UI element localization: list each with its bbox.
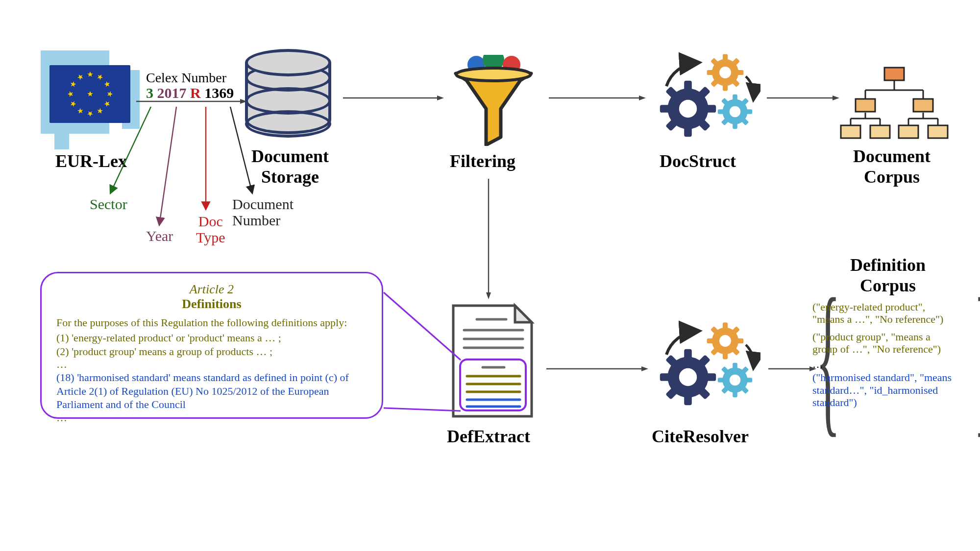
svg-rect-45 — [928, 125, 948, 138]
celex-number: 1369 — [204, 85, 234, 101]
callout-article: Article 2 — [56, 282, 367, 297]
arrow-storage-to-filter — [343, 95, 446, 101]
svg-rect-40 — [856, 99, 875, 112]
docstruct-label: DocStruct — [660, 151, 736, 171]
callout-item-2: (2) 'product group' means a group of pro… — [56, 345, 367, 359]
svg-point-12 — [456, 68, 531, 81]
arrow-cite-to-defcorpus — [768, 365, 817, 372]
callout-heading: Definitions — [56, 297, 367, 311]
svg-marker-0 — [87, 91, 93, 96]
callout-ellipsis-2: … — [56, 411, 367, 424]
filtering-label: Filtering — [450, 151, 515, 171]
celex-doctype: R — [190, 85, 201, 101]
funnel-icon — [447, 55, 540, 148]
storage-label: Document Storage — [244, 146, 337, 188]
tuple-3: ("harmonised standard", "means standard…… — [812, 371, 957, 408]
svg-line-3 — [110, 107, 151, 193]
arrow-filter-to-docstruct — [549, 95, 647, 101]
celex-sector: 3 — [146, 85, 153, 101]
callout-item-1: (1) 'energy-related product' or 'product… — [56, 331, 367, 345]
database-icon — [245, 49, 331, 142]
svg-rect-39 — [884, 68, 904, 80]
gears-citeresolver-icon — [653, 317, 760, 415]
svg-marker-8 — [437, 96, 444, 100]
definition-corpus-content: ("energy-related product", "means a …", … — [812, 301, 957, 413]
svg-marker-14 — [639, 96, 646, 100]
brace-right-icon: } — [974, 282, 980, 434]
callout-connector-lines — [383, 282, 471, 424]
doccorpus-label: Document Corpus — [843, 146, 941, 188]
svg-line-59 — [384, 292, 461, 360]
legend-doctype: Doc Type — [196, 213, 225, 245]
svg-marker-47 — [486, 292, 491, 299]
defcorpus-label: Definition Corpus — [839, 255, 937, 296]
svg-line-60 — [384, 408, 461, 411]
callout-intro: For the purposes of this Regulation the … — [56, 316, 367, 329]
svg-marker-62 — [641, 366, 648, 371]
callout-item-18: (18) 'harmonised standard' means standar… — [56, 371, 367, 411]
celex-year: 2017 — [157, 85, 187, 101]
svg-line-4 — [159, 107, 176, 225]
svg-rect-43 — [870, 125, 890, 138]
legend-year: Year — [146, 228, 173, 244]
tree-hierarchy-icon — [838, 65, 951, 145]
celex-title: Celex Number — [146, 70, 226, 86]
tuple-2: ("product group", "means a group of …", … — [812, 331, 957, 356]
legend-sector: Sector — [90, 196, 127, 213]
svg-rect-42 — [841, 125, 860, 138]
definitions-callout: Article 2 Definitions For the purposes o… — [40, 272, 383, 419]
callout-ellipsis: … — [56, 358, 367, 371]
celex-number: 3 2017 R 1369 — [146, 85, 244, 101]
tuples-ellipsis: … — [812, 358, 957, 370]
defextract-label: DefExtract — [447, 426, 530, 447]
cite-label: CiteResolver — [652, 426, 749, 447]
arrow-docstruct-to-corpus — [767, 95, 840, 101]
svg-rect-44 — [899, 125, 918, 138]
arrow-defextract-to-cite — [546, 365, 649, 372]
arrow-filter-to-defextract — [485, 179, 492, 301]
tuple-1: ("energy-related product", "means a …", … — [812, 301, 957, 326]
legend-docnum: Document Number — [232, 196, 294, 228]
gears-docstruct-icon — [653, 49, 760, 147]
svg-rect-41 — [913, 99, 933, 112]
